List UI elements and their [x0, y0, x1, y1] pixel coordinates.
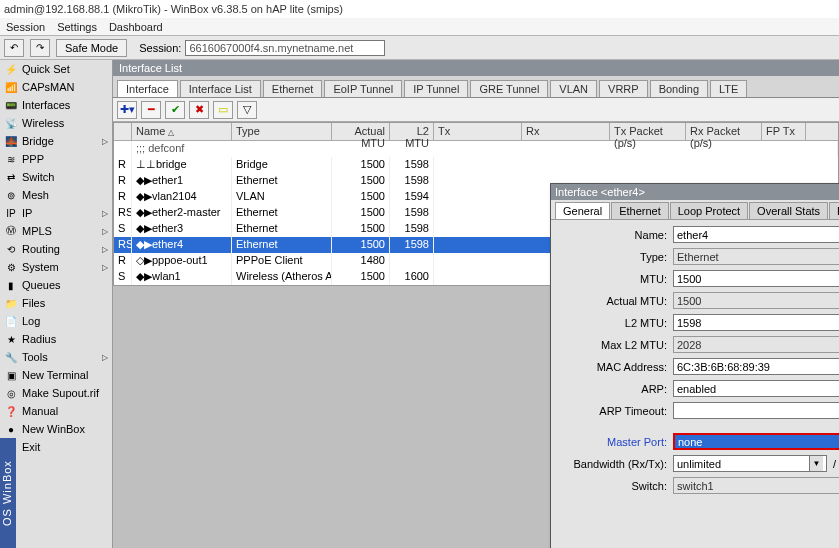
sidebar-item-switch[interactable]: ⇄Switch	[0, 168, 112, 186]
sidebar-item-routing[interactable]: ⟲Routing▷	[0, 240, 112, 258]
sidebar-item-make-supout.rif[interactable]: ◎Make Supout.rif	[0, 384, 112, 402]
tab-gre-tunnel[interactable]: GRE Tunnel	[470, 80, 548, 97]
sidebar-icon: ▣	[4, 368, 18, 382]
type-value: Ethernet	[673, 248, 839, 265]
sidebar-icon: ▮	[4, 278, 18, 292]
sidebar-item-mpls[interactable]: ⓂMPLS▷	[0, 222, 112, 240]
undo-button[interactable]: ↶	[4, 39, 24, 57]
tab-vlan[interactable]: VLAN	[550, 80, 597, 97]
sidebar-item-tools[interactable]: 🔧Tools▷	[0, 348, 112, 366]
l2mtu-input[interactable]	[673, 314, 839, 331]
dlg-tab-general[interactable]: General	[555, 202, 610, 219]
menu-session[interactable]: Session	[6, 21, 45, 33]
col-header[interactable]: Actual MTU	[332, 123, 390, 140]
dialog-form: Name: Type:Ethernet MTU: Actual MTU:1500…	[551, 220, 839, 548]
tab-ip-tunnel[interactable]: IP Tunnel	[404, 80, 468, 97]
col-header[interactable]: FP Tx	[762, 123, 806, 140]
sidebar-item-quick-set[interactable]: ⚡Quick Set	[0, 60, 112, 78]
sidebar-label: Radius	[22, 333, 56, 345]
table-row[interactable]: R⊥⊥bridgeBridge15001598	[114, 157, 838, 173]
remove-button[interactable]: ━	[141, 101, 161, 119]
menu-dashboard[interactable]: Dashboard	[109, 21, 163, 33]
tab-ethernet[interactable]: Ethernet	[263, 80, 323, 97]
dlg-tab-rx-stats[interactable]: Rx Stats	[829, 202, 839, 219]
sidebar-label: Mesh	[22, 189, 49, 201]
vertical-brand: OS WinBox	[0, 438, 16, 548]
sidebar-label: Switch	[22, 171, 54, 183]
mac-input[interactable]	[673, 358, 839, 375]
sidebar-icon: 📟	[4, 98, 18, 112]
sidebar-item-ip[interactable]: IPIP▷	[0, 204, 112, 222]
dlg-tab-overall-stats[interactable]: Overall Stats	[749, 202, 828, 219]
sidebar-item-queues[interactable]: ▮Queues	[0, 276, 112, 294]
comment-button[interactable]: ▭	[213, 101, 233, 119]
col-header[interactable]: Tx	[434, 123, 522, 140]
sidebar-item-system[interactable]: ⚙System▷	[0, 258, 112, 276]
sidebar-label: New Terminal	[22, 369, 88, 381]
tab-lte[interactable]: LTE	[710, 80, 747, 97]
safe-mode-button[interactable]: Safe Mode	[56, 39, 127, 57]
arp-timeout-combo[interactable]: ▼	[673, 402, 839, 419]
tab-eoip-tunnel[interactable]: EoIP Tunnel	[324, 80, 402, 97]
name-input[interactable]	[673, 226, 839, 243]
sidebar-item-interfaces[interactable]: 📟Interfaces	[0, 96, 112, 114]
col-header[interactable]: Name △	[132, 123, 232, 140]
disable-button[interactable]: ✖	[189, 101, 209, 119]
sidebar-label: Make Supout.rif	[22, 387, 99, 399]
col-header[interactable]: Tx Packet (p/s)	[610, 123, 686, 140]
sidebar-item-new-terminal[interactable]: ▣New Terminal	[0, 366, 112, 384]
sidebar-item-files[interactable]: 📁Files	[0, 294, 112, 312]
master-port-combo[interactable]: none▼	[673, 433, 839, 450]
window-title: admin@192.168.88.1 (MikroTik) - WinBox v…	[0, 0, 839, 18]
sidebar-item-bridge[interactable]: 🌉Bridge▷	[0, 132, 112, 150]
enable-button[interactable]: ✔	[165, 101, 185, 119]
sidebar-icon: ≋	[4, 152, 18, 166]
col-header[interactable]: Type	[232, 123, 332, 140]
sidebar-label: CAPsMAN	[22, 81, 75, 93]
switch-value: switch1	[673, 477, 839, 494]
chevron-right-icon: ▷	[102, 263, 108, 272]
maxl2-value: 2028	[673, 336, 839, 353]
chevron-right-icon: ▷	[102, 137, 108, 146]
sidebar-icon: ◎	[4, 386, 18, 400]
mtu-input[interactable]	[673, 270, 839, 287]
dialog-titlebar[interactable]: Interface <ether4> ▭ ✕	[551, 184, 839, 200]
sidebar-icon: ●	[4, 422, 18, 436]
sidebar-item-wireless[interactable]: 📡Wireless	[0, 114, 112, 132]
bw-rx-combo[interactable]: unlimited▼	[673, 455, 827, 472]
filter-button[interactable]: ▽	[237, 101, 257, 119]
add-button[interactable]: ✚▾	[117, 101, 137, 119]
sidebar-icon: 📁	[4, 296, 18, 310]
sidebar-label: Log	[22, 315, 40, 327]
sidebar-item-mesh[interactable]: ⊚Mesh	[0, 186, 112, 204]
dlg-tab-loop-protect[interactable]: Loop Protect	[670, 202, 748, 219]
chevron-down-icon[interactable]: ▼	[809, 456, 823, 471]
sidebar-item-new-winbox[interactable]: ●New WinBox	[0, 420, 112, 438]
sidebar-label: PPP	[22, 153, 44, 165]
col-header[interactable]: L2 MTU	[390, 123, 434, 140]
sidebar-icon: ⚙	[4, 260, 18, 274]
menu-settings[interactable]: Settings	[57, 21, 97, 33]
redo-button[interactable]: ↷	[30, 39, 50, 57]
sidebar-item-log[interactable]: 📄Log	[0, 312, 112, 330]
sidebar-item-radius[interactable]: ★Radius	[0, 330, 112, 348]
sidebar-item-exit[interactable]: ⏻Exit	[0, 438, 112, 456]
sidebar-item-capsman[interactable]: 📶CAPsMAN	[0, 78, 112, 96]
col-header[interactable]	[114, 123, 132, 140]
sidebar-item-manual[interactable]: ❓Manual	[0, 402, 112, 420]
interface-dialog: Interface <ether4> ▭ ✕ GeneralEthernetLo…	[550, 183, 839, 548]
grid-header: Name △TypeActual MTUL2 MTUTxRxTx Packet …	[114, 123, 838, 141]
tab-interface-list[interactable]: Interface List	[180, 80, 261, 97]
sidebar-item-ppp[interactable]: ≋PPP	[0, 150, 112, 168]
dlg-tab-ethernet[interactable]: Ethernet	[611, 202, 669, 219]
arp-combo[interactable]: enabled▼	[673, 380, 839, 397]
tab-interface[interactable]: Interface	[117, 80, 178, 97]
tab-bonding[interactable]: Bonding	[650, 80, 708, 97]
session-input[interactable]	[185, 40, 385, 56]
sidebar-label: IP	[22, 207, 32, 219]
sidebar-label: Manual	[22, 405, 58, 417]
tab-vrrp[interactable]: VRRP	[599, 80, 648, 97]
col-header[interactable]: Rx Packet (p/s)	[686, 123, 762, 140]
sidebar-label: Files	[22, 297, 45, 309]
col-header[interactable]: Rx	[522, 123, 610, 140]
